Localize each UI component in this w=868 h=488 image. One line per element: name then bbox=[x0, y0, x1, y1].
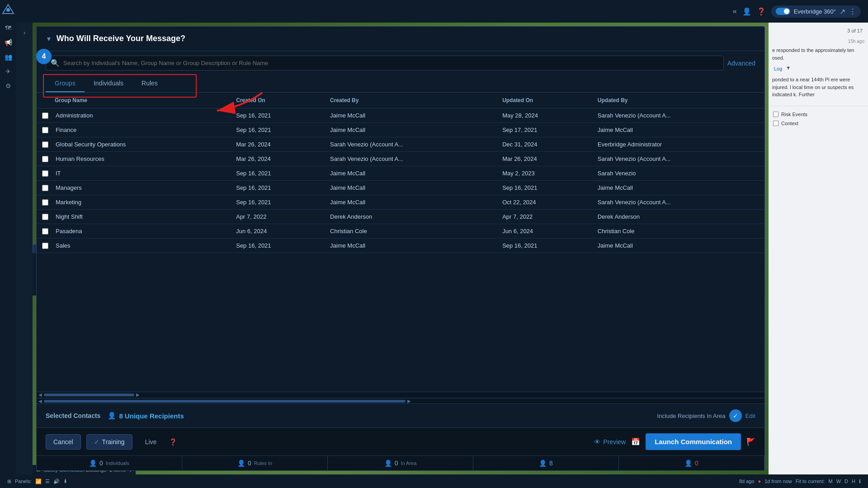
scroll-thumb[interactable] bbox=[44, 394, 134, 396]
sidebar-icon-contacts[interactable]: 👥 bbox=[2, 51, 14, 63]
table-row[interactable]: Finance Sep 16, 2021 Jaime McCall Sep 17… bbox=[37, 123, 764, 137]
help-circle-icon[interactable]: ❓ bbox=[169, 438, 177, 446]
app-logo[interactable] bbox=[2, 4, 14, 16]
help-icon[interactable]: ❓ bbox=[757, 7, 766, 16]
cancel-button[interactable]: Cancel bbox=[46, 434, 81, 450]
live-button[interactable]: Live bbox=[138, 435, 164, 449]
training-button[interactable]: ✓ Training bbox=[86, 434, 132, 450]
second-scrollbar[interactable]: ◀ ▶ bbox=[37, 398, 764, 404]
scroll-left-arrow2[interactable]: ◀ bbox=[38, 399, 42, 404]
speaker-icon[interactable]: 🔊 bbox=[53, 479, 60, 484]
external-link-icon[interactable]: ↗ bbox=[840, 7, 845, 16]
row-checkbox-3[interactable] bbox=[42, 156, 48, 162]
risk-events-label: Risk Events bbox=[781, 112, 807, 117]
table-row[interactable]: Managers Sep 16, 2021 Jaime McCall Sep 1… bbox=[37, 181, 764, 195]
search-input[interactable] bbox=[63, 60, 719, 66]
row-checkbox-4[interactable] bbox=[42, 170, 48, 177]
dots-icon[interactable]: ⋮ bbox=[849, 7, 856, 16]
table-row[interactable]: Pasadena Jun 6, 2024 Christian Cole Jun … bbox=[37, 224, 764, 239]
tab-individuals[interactable]: Individuals bbox=[85, 75, 132, 92]
tab-rules[interactable]: Rules bbox=[132, 75, 167, 92]
scroll-right-arrow[interactable]: ▶ bbox=[136, 392, 140, 397]
tabs-row: Groups Individuals Rules bbox=[37, 75, 764, 93]
group-name-5: Managers bbox=[56, 184, 82, 191]
person-icon-2: 👤 bbox=[237, 460, 245, 467]
time-label: 8d ago bbox=[739, 479, 755, 484]
row-checkbox-8[interactable] bbox=[42, 228, 48, 235]
col-updated-by: Updated By bbox=[592, 93, 764, 108]
table-row[interactable]: Administration Sep 16, 2021 Jaime McCall… bbox=[37, 108, 764, 123]
preview-button[interactable]: 👁 Preview bbox=[594, 438, 626, 446]
user-icon[interactable]: 👤 bbox=[742, 7, 751, 16]
search-row: 🔍 Advanced bbox=[37, 51, 764, 75]
table-row[interactable]: Marketing Sep 16, 2021 Jaime McCall Oct … bbox=[37, 195, 764, 210]
row-checkbox-1[interactable] bbox=[42, 127, 48, 133]
row-checkbox-6[interactable] bbox=[42, 199, 48, 206]
everbridge-toggle[interactable]: Everbridge 360° ↗ ⋮ bbox=[771, 5, 861, 18]
sidebar-icon-settings[interactable]: ⚙ bbox=[2, 80, 14, 92]
table-row[interactable]: Human Resources Mar 26, 2024 Sarah Venez… bbox=[37, 152, 764, 166]
toggle-switch[interactable] bbox=[776, 8, 790, 15]
action-left: Cancel ✓ Training Live ❓ bbox=[46, 434, 177, 450]
sidebar-icon-map[interactable]: 🗺 bbox=[2, 22, 14, 34]
day-btn[interactable]: D bbox=[844, 479, 848, 484]
sidebar-icon-alert[interactable]: 📢 bbox=[2, 36, 14, 49]
person-icon-5: 👤 bbox=[684, 460, 692, 467]
updated-on-6: Oct 22, 2024 bbox=[497, 195, 592, 210]
table-container[interactable]: Group Name Created On Created By Updated… bbox=[37, 93, 764, 392]
modal-overlay: ▼ Who Will Receive Your Message? 🔍 Advan… bbox=[33, 23, 769, 474]
modal-header: ▼ Who Will Receive Your Message? bbox=[37, 27, 764, 51]
bottom-left: ⊞ Panels: 📶 ☰ 🔊 ⬇ bbox=[7, 479, 67, 484]
info-icon[interactable]: ℹ bbox=[859, 479, 861, 484]
context-item[interactable]: Context bbox=[772, 119, 864, 128]
action-right: 👁 Preview 📅 Launch Communication 🚩 bbox=[594, 433, 755, 450]
filter-icon[interactable]: ▼ bbox=[786, 65, 791, 72]
include-toggle[interactable]: ✓ bbox=[729, 409, 742, 422]
tab-groups[interactable]: Groups bbox=[46, 75, 85, 92]
row-checkbox-0[interactable] bbox=[42, 113, 48, 119]
table-row[interactable]: Global Security Operations Mar 26, 2024 … bbox=[37, 137, 764, 152]
created-on-2: Mar 26, 2024 bbox=[231, 137, 325, 152]
month-btn[interactable]: M bbox=[829, 479, 833, 484]
row-checkbox-2[interactable] bbox=[42, 141, 48, 148]
future-label: 1d from now bbox=[764, 479, 792, 484]
wifi-icon[interactable]: 📶 bbox=[35, 479, 42, 484]
table-row[interactable]: Sales Sep 16, 2021 Jaime McCall Sep 16, … bbox=[37, 239, 764, 253]
counter-total: 👤 8 bbox=[473, 456, 619, 470]
calendar-button[interactable]: 📅 bbox=[631, 437, 640, 446]
row-checkbox-9[interactable] bbox=[42, 243, 48, 249]
row-checkbox-7[interactable] bbox=[42, 214, 48, 220]
chevron-left-icon[interactable]: « bbox=[733, 7, 737, 15]
hour-btn[interactable]: H bbox=[852, 479, 855, 484]
selected-label: Selected Contacts bbox=[46, 412, 100, 419]
scroll-right-arrow2[interactable]: ▶ bbox=[407, 399, 411, 404]
edit-link[interactable]: Edit bbox=[745, 413, 755, 419]
risk-events-checkbox[interactable] bbox=[773, 112, 778, 117]
created-on-1: Sep 16, 2021 bbox=[231, 123, 325, 137]
horizontal-scrollbar[interactable]: ◀ ▶ bbox=[37, 392, 764, 397]
log-button[interactable]: Log bbox=[772, 65, 784, 72]
scroll-thumb2[interactable] bbox=[44, 400, 406, 403]
counter-label-1: Individuals bbox=[106, 460, 129, 466]
table-row[interactable]: IT Sep 16, 2021 Jaime McCall May 2, 2023… bbox=[37, 166, 764, 181]
everbridge-label: Everbridge 360° bbox=[794, 8, 836, 15]
week-btn[interactable]: W bbox=[836, 479, 841, 484]
context-checkbox[interactable] bbox=[773, 121, 778, 126]
row-checkbox-5[interactable] bbox=[42, 185, 48, 191]
risk-events-item[interactable]: Risk Events bbox=[772, 110, 864, 119]
flag-button[interactable]: 🚩 bbox=[746, 437, 755, 446]
chevron-right-icon[interactable]: › bbox=[18, 26, 31, 39]
launch-communication-button[interactable]: Launch Communication bbox=[646, 433, 741, 450]
selected-contacts-bar: Selected Contacts 👤 8 Unique Recipients … bbox=[37, 404, 764, 427]
updated-by-6: Sarah Venezio (Account A... bbox=[592, 195, 764, 210]
sidebar-icon-plane[interactable]: ✈ bbox=[2, 65, 14, 78]
scroll-left-arrow[interactable]: ◀ bbox=[38, 392, 42, 397]
updated-on-3: Mar 26, 2024 bbox=[497, 152, 592, 166]
table-row[interactable]: Night Shift Apr 7, 2022 Derek Anderson A… bbox=[37, 210, 764, 224]
collapse-icon[interactable]: ▼ bbox=[46, 35, 52, 42]
right-panel: 3 of 17 15h ago e responded to the appro… bbox=[769, 23, 868, 474]
advanced-button[interactable]: Advanced bbox=[727, 60, 755, 67]
list-icon[interactable]: ☰ bbox=[45, 479, 50, 484]
download-icon[interactable]: ⬇ bbox=[63, 479, 67, 484]
counter-label-3: In Area bbox=[401, 460, 416, 466]
